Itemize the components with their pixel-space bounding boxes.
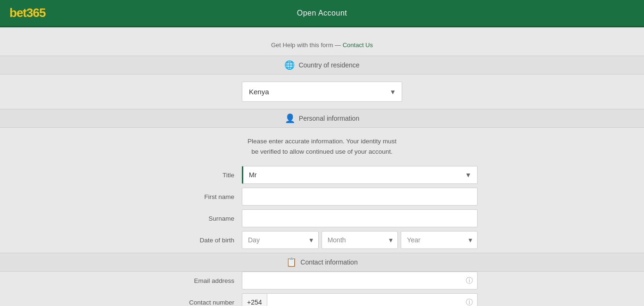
personal-info-description: Please enter accurate information. Your … bbox=[166, 136, 478, 157]
header: bet365 Open Account bbox=[0, 0, 644, 26]
help-bar: Get Help with this form — Contact Us bbox=[0, 41, 644, 49]
surname-label: Surname bbox=[166, 215, 242, 222]
dob-day-select[interactable]: Day bbox=[242, 232, 318, 248]
surname-input-wrap bbox=[242, 209, 478, 227]
country-select[interactable]: Kenya Uganda Tanzania Nigeria South Afri… bbox=[242, 82, 402, 101]
country-select-area: Kenya Uganda Tanzania Nigeria South Afri… bbox=[242, 82, 402, 102]
dob-label: Date of birth bbox=[166, 237, 242, 244]
firstname-input-wrap bbox=[242, 188, 478, 206]
title-select-wrapper: Mr Mrs Miss Ms Dr ▼ bbox=[242, 166, 478, 184]
dob-month-wrapper: Month ▼ bbox=[322, 231, 398, 249]
phone-row: Contact number +254 ⓘ bbox=[166, 293, 478, 306]
dob-day-wrapper: Day ▼ bbox=[242, 231, 319, 249]
email-input[interactable] bbox=[242, 272, 478, 289]
logo: bet365 bbox=[9, 6, 45, 20]
title-label: Title bbox=[166, 172, 242, 179]
dob-row: Date of birth Day ▼ Month ▼ Year bbox=[166, 231, 478, 249]
phone-country-code: +254 bbox=[242, 293, 267, 306]
help-text: Get Help with this form — bbox=[271, 41, 341, 49]
main-content: Get Help with this form — Contact Us 🌐 C… bbox=[0, 27, 644, 306]
globe-icon: 🌐 bbox=[284, 60, 295, 70]
contact-section-header: 📋 Contact information bbox=[0, 253, 644, 272]
email-info-icon[interactable]: ⓘ bbox=[466, 276, 473, 285]
info-text-line1: Please enter accurate information. Your … bbox=[248, 138, 396, 145]
title-select[interactable]: Mr Mrs Miss Ms Dr bbox=[243, 166, 477, 183]
title-row: Title Mr Mrs Miss Ms Dr ▼ bbox=[166, 166, 478, 184]
email-input-wrap: ⓘ bbox=[242, 272, 478, 289]
contact-icon: 📋 bbox=[286, 257, 297, 267]
country-section-header: 🌐 Country of residence bbox=[0, 56, 644, 74]
contact-us-link[interactable]: Contact Us bbox=[343, 41, 373, 49]
person-icon: 👤 bbox=[285, 113, 295, 124]
phone-input[interactable] bbox=[267, 293, 478, 306]
firstname-row: First name bbox=[166, 188, 478, 206]
page-title: Open Account bbox=[297, 9, 347, 17]
phone-info-icon[interactable]: ⓘ bbox=[466, 298, 473, 306]
personal-info-form: Please enter accurate information. Your … bbox=[157, 136, 487, 249]
firstname-label: First name bbox=[166, 193, 242, 200]
country-section-label: Country of residence bbox=[298, 61, 359, 69]
dob-year-select[interactable]: Year bbox=[401, 232, 477, 248]
logo-text2: 365 bbox=[26, 6, 45, 20]
dob-selects-wrap: Day ▼ Month ▼ Year ▼ bbox=[242, 231, 478, 249]
firstname-input[interactable] bbox=[242, 188, 478, 206]
phone-label: Contact number bbox=[166, 299, 242, 306]
surname-row: Surname bbox=[166, 209, 478, 227]
email-row: Email address ⓘ bbox=[166, 272, 478, 289]
email-label: Email address bbox=[166, 277, 242, 284]
dob-month-select[interactable]: Month bbox=[322, 232, 398, 248]
dob-year-wrapper: Year ▼ bbox=[401, 231, 478, 249]
personal-section-header: 👤 Personal information bbox=[0, 109, 644, 128]
country-select-wrapper: Kenya Uganda Tanzania Nigeria South Afri… bbox=[242, 82, 402, 102]
personal-section-label: Personal information bbox=[299, 115, 359, 122]
contact-info-form: Email address ⓘ Contact number +254 ⓘ bbox=[157, 272, 487, 306]
surname-input[interactable] bbox=[242, 209, 478, 227]
info-text-line2: be verified to allow continued use of yo… bbox=[251, 148, 392, 155]
logo-text1: bet bbox=[9, 6, 26, 20]
phone-input-wrap: +254 ⓘ bbox=[242, 293, 478, 306]
contact-section-label: Contact information bbox=[300, 258, 357, 266]
phone-number-wrap: ⓘ bbox=[267, 293, 478, 306]
